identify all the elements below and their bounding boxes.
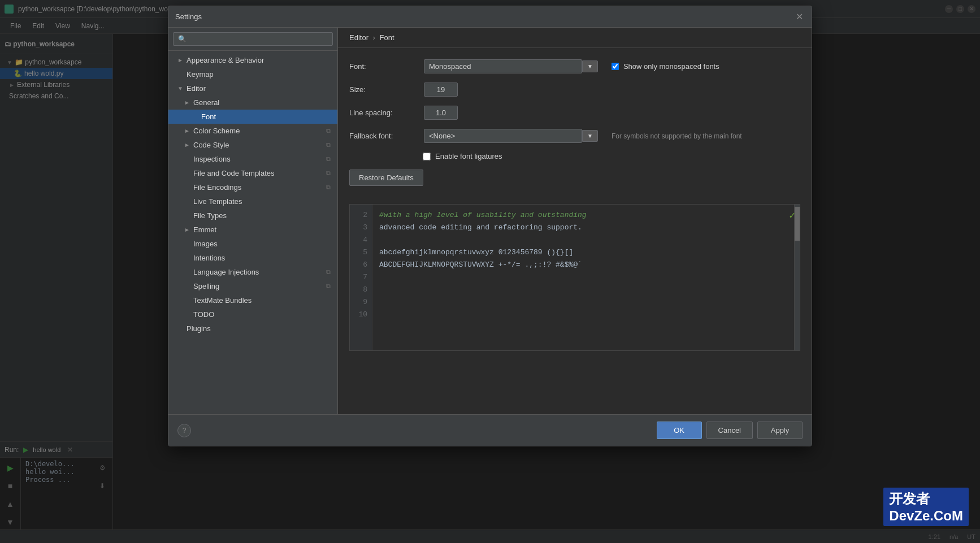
nav-item-intentions[interactable]: Intentions	[168, 251, 337, 265]
nav-item-todo[interactable]: TODO	[168, 307, 337, 322]
dialog-footer: ? OK Cancel Apply	[168, 414, 812, 446]
apply-button[interactable]: Apply	[757, 422, 803, 439]
nav-file-types-label: File Types	[193, 211, 227, 220]
expand-code-style-icon	[184, 142, 190, 148]
gutter-line-10: 10	[350, 309, 367, 321]
file-templates-copy-icon: ⧉	[326, 170, 331, 177]
fallback-dropdown-arrow[interactable]: ▼	[582, 130, 598, 142]
preview-line-8	[379, 284, 787, 296]
dialog-body: Appearance & Behavior Keymap Editor	[168, 28, 812, 414]
nav-item-live-templates[interactable]: Live Templates	[168, 194, 337, 208]
watermark: 开发者DevZe.CoM	[883, 488, 969, 526]
gutter-line-8: 8	[350, 284, 367, 296]
ok-button[interactable]: OK	[657, 422, 702, 439]
mono-checkbox[interactable]	[612, 63, 619, 70]
dialog-close-button[interactable]: ✕	[793, 11, 805, 23]
ligatures-label[interactable]: Enable font ligatures	[435, 152, 502, 160]
line-spacing-setting-row: Line spacing:	[349, 106, 800, 120]
dialog-overlay: Settings ✕ Appearance & Behavior	[0, 0, 980, 543]
mono-checkbox-label[interactable]: Show only monospaced fonts	[623, 62, 719, 71]
inspections-copy-icon: ⧉	[326, 155, 331, 163]
nav-item-images[interactable]: Images	[168, 237, 337, 251]
preview-scrollbar-thumb	[795, 207, 800, 241]
nav-language-injections-label: Language Injections	[193, 268, 259, 276]
gutter-line-6: 6	[350, 259, 367, 271]
settings-dialog: Settings ✕ Appearance & Behavior	[168, 6, 812, 446]
expand-emmet-icon	[184, 227, 190, 233]
size-input[interactable]	[424, 82, 458, 97]
line-spacing-input[interactable]	[424, 106, 458, 120]
nav-images-label: Images	[193, 240, 218, 248]
dialog-title-bar: Settings ✕	[168, 6, 812, 28]
gutter-line-7: 7	[350, 271, 367, 284]
preview-gutter: 2 3 4 5 6 7 8 9 10	[350, 205, 372, 350]
nav-item-inspections[interactable]: Inspections ⧉	[168, 152, 337, 166]
nav-file-code-templates-label: File and Code Templates	[193, 169, 275, 177]
nav-search-input[interactable]	[173, 32, 333, 46]
preview-line-10	[379, 309, 787, 321]
nav-item-file-code-templates[interactable]: File and Code Templates ⧉	[168, 166, 337, 180]
nav-item-file-types[interactable]: File Types	[168, 208, 337, 223]
breadcrumb-parent: Editor	[349, 33, 368, 42]
preview-line-2: #with a high level of usability and outs…	[379, 209, 787, 221]
gutter-line-9: 9	[350, 296, 367, 309]
help-icon: ?	[183, 427, 187, 435]
ligatures-checkbox[interactable]	[423, 153, 431, 160]
nav-font-label: Font	[201, 112, 216, 121]
fallback-font-select[interactable]: <None>	[424, 129, 582, 143]
font-label: Font:	[349, 62, 417, 71]
preview-scrollbar[interactable]	[794, 205, 800, 350]
nav-plugins-label: Plugins	[187, 324, 211, 333]
preview-line-3: advanced code editing and refactoring su…	[379, 221, 787, 234]
nav-item-keymap[interactable]: Keymap	[168, 67, 337, 81]
nav-item-font[interactable]: Font	[168, 110, 337, 124]
nav-item-appearance[interactable]: Appearance & Behavior	[168, 53, 337, 67]
expand-appearance-icon	[177, 57, 183, 63]
nav-item-editor[interactable]: Editor	[168, 81, 337, 95]
cancel-button[interactable]: Cancel	[706, 422, 753, 439]
nav-editor-label: Editor	[187, 84, 206, 93]
mono-checkbox-row: Show only monospaced fonts	[612, 62, 719, 71]
dialog-title: Settings	[175, 12, 793, 21]
nav-item-color-scheme[interactable]: Color Scheme ⧉	[168, 124, 337, 138]
nav-item-spelling[interactable]: Spelling ⧉	[168, 279, 337, 293]
font-dropdown-arrow[interactable]: ▼	[582, 60, 598, 72]
font-select[interactable]: Monospaced	[424, 59, 582, 73]
nav-inspections-label: Inspections	[193, 155, 231, 163]
restore-defaults-container: Restore Defaults	[349, 170, 800, 195]
nav-item-emmet[interactable]: Emmet	[168, 223, 337, 237]
nav-item-file-encodings[interactable]: File Encodings ⧉	[168, 180, 337, 194]
nav-item-code-style[interactable]: Code Style ⧉	[168, 138, 337, 152]
preview-line-6: ABCDEFGHIJKLMNOPQRSTUVWXYZ +-*/= .,;:!? …	[379, 259, 787, 271]
breadcrumb: Editor › Font	[338, 28, 812, 48]
restore-defaults-button[interactable]: Restore Defaults	[349, 170, 423, 186]
nav-search-container	[168, 28, 337, 51]
nav-spelling-label: Spelling	[193, 282, 219, 290]
nav-emmet-label: Emmet	[193, 225, 216, 234]
nav-todo-label: TODO	[193, 310, 214, 319]
preview-check-icon: ✓	[789, 209, 795, 221]
gutter-line-5: 5	[350, 246, 367, 259]
spelling-copy-icon: ⧉	[326, 283, 331, 290]
ligatures-row: Enable font ligatures	[423, 152, 800, 160]
help-button[interactable]: ?	[177, 424, 191, 437]
fallback-font-row: Fallback font: <None> ▼ For symbols not …	[349, 129, 800, 143]
gutter-line-2: 2	[350, 209, 367, 221]
preview-line-5: abcdefghijklmnopqrstuvwxyz 0123456789 ()…	[379, 246, 787, 259]
fallback-font-label: Fallback font:	[349, 132, 417, 140]
preview-code: #with a high level of usability and outs…	[372, 205, 794, 350]
breadcrumb-current: Font	[380, 33, 394, 42]
nav-item-textmate-bundles[interactable]: TextMate Bundles	[168, 293, 337, 307]
ide-background: python_worksapce [D:\develop\python\pyth…	[0, 0, 980, 543]
nav-item-language-injections[interactable]: Language Injections ⧉	[168, 265, 337, 279]
nav-file-encodings-label: File Encodings	[193, 183, 241, 192]
color-scheme-copy-icon: ⧉	[326, 127, 331, 134]
font-setting-row: Font: Monospaced ▼ Show only monospaced …	[349, 59, 800, 73]
nav-panel: Appearance & Behavior Keymap Editor	[168, 28, 338, 414]
nav-appearance-label: Appearance & Behavior	[187, 56, 264, 64]
nav-item-plugins[interactable]: Plugins	[168, 322, 337, 336]
nav-color-scheme-label: Color Scheme	[193, 127, 240, 135]
expand-color-scheme-icon	[184, 128, 190, 134]
nav-item-general[interactable]: General	[168, 95, 337, 110]
breadcrumb-separator: ›	[373, 33, 375, 42]
